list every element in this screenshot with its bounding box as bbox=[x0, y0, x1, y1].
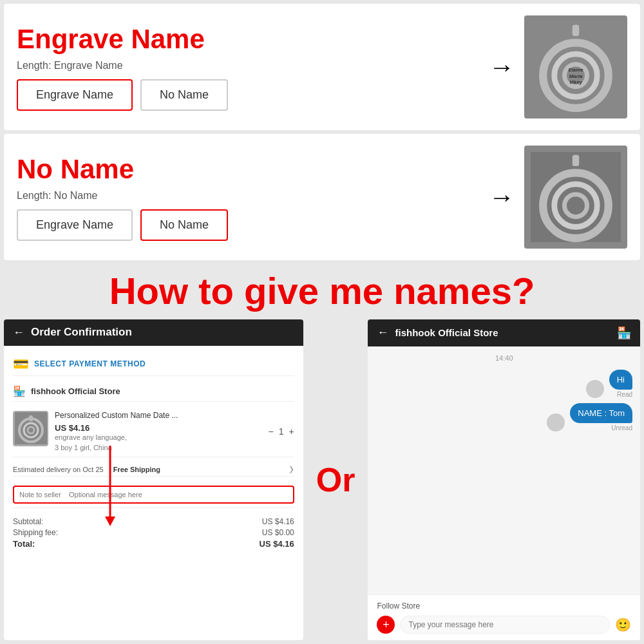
length-value: Engrave Name bbox=[54, 60, 123, 71]
shipping-row: Shipping fee: US $0.00 bbox=[13, 528, 294, 537]
arrow-right-1: → bbox=[489, 53, 515, 82]
qty-value: 1 bbox=[279, 426, 284, 437]
subtotal-row: Subtotal: US $4.16 bbox=[13, 517, 294, 526]
totals-section: Subtotal: US $4.16 Shipping fee: US $0.0… bbox=[13, 513, 294, 553]
product-thumbnail bbox=[13, 411, 48, 446]
total-label: Total: bbox=[13, 539, 35, 549]
chat-msg-name-row: NAME : Tom Unread bbox=[375, 403, 632, 431]
svg-rect-17 bbox=[29, 415, 33, 421]
panel-noname-title: No Name bbox=[17, 154, 476, 185]
note-section bbox=[13, 482, 294, 508]
rings-svg-2 bbox=[531, 152, 621, 242]
total-value: US $4.16 bbox=[260, 539, 294, 549]
product-section: Personalized Custom Name Date ... US $4.… bbox=[13, 407, 294, 457]
qty-minus[interactable]: − bbox=[269, 426, 274, 437]
panel-engrave: Engrave Name Length: Engrave Name Engrav… bbox=[4, 4, 640, 130]
panel-noname: No Name Length: No Name Engrave Name No … bbox=[4, 134, 640, 260]
note-input[interactable] bbox=[13, 486, 294, 504]
chat-bubble-hi: Hi bbox=[609, 370, 632, 390]
product-meta-2: 3 boy 1 girl, China bbox=[55, 443, 262, 453]
svg-rect-9 bbox=[573, 155, 580, 166]
product-qty[interactable]: − 1 + bbox=[269, 411, 294, 453]
emoji-button[interactable]: 🙂 bbox=[615, 617, 631, 632]
engrave-name-button-2[interactable]: Engrave Name bbox=[17, 209, 133, 241]
engrave-name-button-1[interactable]: Engrave Name bbox=[17, 79, 133, 111]
chat-avatar-hi bbox=[586, 380, 604, 398]
panel-engrave-right: → Elaine Maria bbox=[489, 15, 627, 118]
no-name-button-1[interactable]: No Name bbox=[140, 79, 228, 111]
chat-back-arrow[interactable]: ← bbox=[377, 326, 388, 339]
delivery-row: Estimated delivery on Oct 25 Free Shippi… bbox=[13, 462, 294, 477]
length-label-2: Length: bbox=[17, 190, 51, 201]
chat-footer: Follow Store + 🙂 bbox=[368, 594, 640, 640]
follow-store-text[interactable]: Follow Store bbox=[377, 601, 631, 611]
length-value-2: No Name bbox=[54, 190, 98, 201]
total-row: Total: US $4.16 bbox=[13, 539, 294, 549]
product-name: Personalized Custom Name Date ... bbox=[55, 411, 262, 421]
order-header-title: Order Confirmation bbox=[31, 326, 132, 339]
chat-header: ← fishhook Official Store 🏪 bbox=[368, 319, 640, 346]
shipping-fee-value: US $0.00 bbox=[262, 528, 294, 537]
payment-icon: 💳 bbox=[13, 356, 29, 372]
length-label: Length: bbox=[17, 60, 51, 71]
top-panels: Engrave Name Length: Engrave Name Engrav… bbox=[0, 0, 644, 264]
payment-text[interactable]: SELECT PAYMENT METHOD bbox=[34, 359, 146, 368]
chat-msg-name-col: NAME : Tom Unread bbox=[570, 403, 632, 431]
svg-text:Vikey: Vikey bbox=[569, 79, 583, 85]
chat-avatar-name bbox=[547, 413, 565, 431]
delivery-text: Estimated delivery on Oct 25 bbox=[13, 466, 104, 473]
panel-engrave-length: Length: Engrave Name bbox=[17, 60, 476, 71]
or-text: Or bbox=[310, 460, 362, 499]
chat-status-name: Unread bbox=[570, 424, 632, 431]
panel-engrave-buttons: Engrave Name No Name bbox=[17, 79, 476, 111]
jewelry-img-1: Elaine Maria Vikey bbox=[524, 15, 627, 118]
panel-noname-buttons: Engrave Name No Name bbox=[17, 209, 476, 241]
store-section: 🏪 fishhook Official Store bbox=[13, 381, 294, 402]
chat-panel: ← fishhook Official Store 🏪 14:40 Hi Rea… bbox=[368, 319, 640, 640]
panel-noname-length: Length: No Name bbox=[17, 190, 476, 202]
payment-section: 💳 SELECT PAYMENT METHOD bbox=[13, 352, 294, 376]
chat-status-hi: Read bbox=[609, 391, 632, 398]
panel-noname-right: → bbox=[489, 146, 627, 249]
shipping-fee-label: Shipping fee: bbox=[13, 528, 58, 537]
panel-engrave-content: Engrave Name Length: Engrave Name Engrav… bbox=[17, 24, 476, 111]
chat-input-row: + 🙂 bbox=[377, 616, 631, 634]
chat-msg-hi-col: Hi Read bbox=[609, 370, 632, 398]
chat-bubble-name: NAME : Tom bbox=[570, 403, 632, 423]
order-body: 💳 SELECT PAYMENT METHOD 🏪 fishhook Offic… bbox=[4, 346, 303, 640]
order-back-arrow[interactable]: ← bbox=[13, 326, 24, 339]
panel-engrave-title: Engrave Name bbox=[17, 24, 476, 55]
store-name: fishhook Official Store bbox=[31, 386, 120, 396]
chat-msg-hi-row: Hi Read bbox=[375, 370, 632, 398]
subtotal-label: Subtotal: bbox=[13, 517, 43, 526]
note-container bbox=[13, 482, 294, 508]
chat-store-name: fishhook Official Store bbox=[395, 327, 611, 338]
chat-time: 14:40 bbox=[375, 354, 632, 362]
store-icon-chat: 🏪 bbox=[617, 326, 631, 340]
jewelry-img-2 bbox=[524, 146, 627, 249]
bottom-section: How to give me names? ← Order Confirmati… bbox=[0, 264, 644, 644]
no-name-button-2[interactable]: No Name bbox=[140, 209, 228, 241]
product-meta-1: engrave any language, bbox=[55, 433, 262, 442]
store-icon: 🏪 bbox=[13, 385, 26, 397]
rings-svg-1: Elaine Maria Vikey bbox=[531, 22, 621, 112]
product-details: Personalized Custom Name Date ... US $4.… bbox=[55, 411, 262, 453]
svg-text:Maria: Maria bbox=[569, 73, 583, 79]
product-price: US $4.16 bbox=[55, 423, 262, 433]
free-shipping-text: Free Shipping bbox=[113, 466, 160, 473]
subtotal-value: US $4.16 bbox=[262, 517, 294, 526]
order-panel: ← Order Confirmation 💳 SELECT PAYMENT ME… bbox=[4, 319, 303, 640]
qty-plus[interactable]: + bbox=[289, 426, 294, 437]
product-rings-svg bbox=[15, 412, 47, 444]
chat-body: 14:40 Hi Read NAME : Tom Unread bbox=[368, 346, 640, 594]
panel-noname-content: No Name Length: No Name Engrave Name No … bbox=[17, 154, 476, 241]
main-container: Engrave Name Length: Engrave Name Engrav… bbox=[0, 0, 644, 644]
svg-rect-1 bbox=[573, 24, 580, 36]
chat-plus-button[interactable]: + bbox=[377, 616, 395, 634]
bottom-panels: ← Order Confirmation 💳 SELECT PAYMENT ME… bbox=[4, 319, 640, 640]
order-header: ← Order Confirmation bbox=[4, 319, 303, 346]
how-to-title: How to give me names? bbox=[4, 270, 640, 312]
svg-text:Elaine: Elaine bbox=[568, 67, 583, 73]
chat-message-input[interactable] bbox=[400, 616, 610, 634]
delivery-chevron[interactable]: ❯ bbox=[289, 465, 294, 473]
